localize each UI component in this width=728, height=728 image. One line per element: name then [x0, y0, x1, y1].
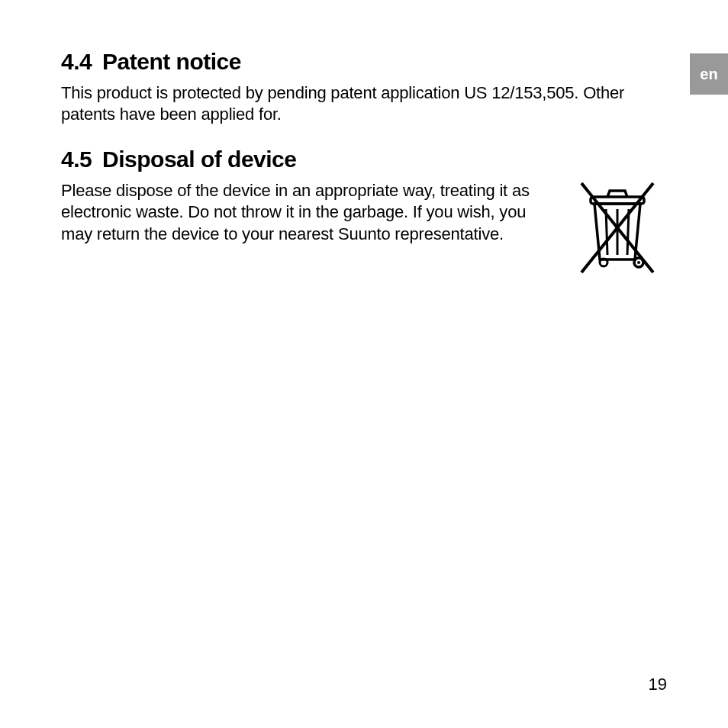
- disposal-content-row: Please dispose of the device in an appro…: [61, 180, 667, 276]
- section-number: 4.4: [61, 49, 92, 74]
- svg-point-4: [600, 259, 607, 266]
- section-disposal: 4.5 Disposal of device Please dispose of…: [61, 147, 667, 276]
- section-title: Patent notice: [102, 49, 241, 74]
- heading-disposal: 4.5 Disposal of device: [61, 147, 667, 172]
- weee-crossed-bin-icon: [568, 177, 667, 276]
- section-number: 4.5: [61, 147, 92, 172]
- svg-point-6: [637, 261, 640, 264]
- heading-patent-notice: 4.4 Patent notice: [61, 49, 667, 75]
- disposal-body-text: Please dispose of the device in an appro…: [61, 180, 552, 244]
- section-patent-notice: 4.4 Patent notice This product is protec…: [61, 49, 667, 125]
- page-content: 4.4 Patent notice This product is protec…: [0, 0, 728, 728]
- patent-body-text: This product is protected by pending pat…: [61, 82, 667, 125]
- page-number: 19: [649, 675, 667, 694]
- section-title: Disposal of device: [102, 147, 296, 172]
